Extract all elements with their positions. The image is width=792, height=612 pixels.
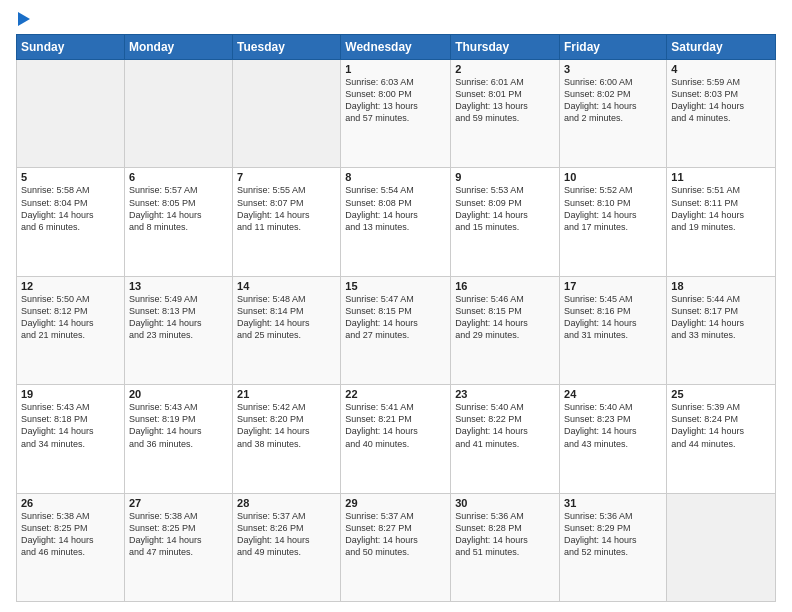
calendar-cell: 2Sunrise: 6:01 AM Sunset: 8:01 PM Daylig…: [451, 60, 560, 168]
day-number: 21: [237, 388, 336, 400]
day-number: 30: [455, 497, 555, 509]
day-info: Sunrise: 6:00 AM Sunset: 8:02 PM Dayligh…: [564, 76, 662, 125]
calendar-cell: 30Sunrise: 5:36 AM Sunset: 8:28 PM Dayli…: [451, 493, 560, 601]
day-info: Sunrise: 5:43 AM Sunset: 8:19 PM Dayligh…: [129, 401, 228, 450]
calendar-cell: 15Sunrise: 5:47 AM Sunset: 8:15 PM Dayli…: [341, 276, 451, 384]
calendar-cell: 9Sunrise: 5:53 AM Sunset: 8:09 PM Daylig…: [451, 168, 560, 276]
day-info: Sunrise: 5:39 AM Sunset: 8:24 PM Dayligh…: [671, 401, 771, 450]
day-number: 27: [129, 497, 228, 509]
calendar-week-row: 19Sunrise: 5:43 AM Sunset: 8:18 PM Dayli…: [17, 385, 776, 493]
logo-arrow-icon: [18, 12, 30, 26]
day-number: 6: [129, 171, 228, 183]
weekday-header-monday: Monday: [124, 35, 232, 60]
day-number: 14: [237, 280, 336, 292]
calendar-week-row: 12Sunrise: 5:50 AM Sunset: 8:12 PM Dayli…: [17, 276, 776, 384]
calendar-cell: 6Sunrise: 5:57 AM Sunset: 8:05 PM Daylig…: [124, 168, 232, 276]
calendar-cell: 22Sunrise: 5:41 AM Sunset: 8:21 PM Dayli…: [341, 385, 451, 493]
day-number: 7: [237, 171, 336, 183]
day-number: 19: [21, 388, 120, 400]
weekday-header-friday: Friday: [560, 35, 667, 60]
calendar-cell: 4Sunrise: 5:59 AM Sunset: 8:03 PM Daylig…: [667, 60, 776, 168]
day-info: Sunrise: 5:46 AM Sunset: 8:15 PM Dayligh…: [455, 293, 555, 342]
calendar-cell: 11Sunrise: 5:51 AM Sunset: 8:11 PM Dayli…: [667, 168, 776, 276]
weekday-header-saturday: Saturday: [667, 35, 776, 60]
day-info: Sunrise: 5:42 AM Sunset: 8:20 PM Dayligh…: [237, 401, 336, 450]
day-number: 20: [129, 388, 228, 400]
calendar-cell: 24Sunrise: 5:40 AM Sunset: 8:23 PM Dayli…: [560, 385, 667, 493]
calendar-cell: 27Sunrise: 5:38 AM Sunset: 8:25 PM Dayli…: [124, 493, 232, 601]
day-number: 12: [21, 280, 120, 292]
calendar-cell: 19Sunrise: 5:43 AM Sunset: 8:18 PM Dayli…: [17, 385, 125, 493]
day-info: Sunrise: 5:37 AM Sunset: 8:26 PM Dayligh…: [237, 510, 336, 559]
day-number: 15: [345, 280, 446, 292]
calendar-cell: 10Sunrise: 5:52 AM Sunset: 8:10 PM Dayli…: [560, 168, 667, 276]
calendar-week-row: 1Sunrise: 6:03 AM Sunset: 8:00 PM Daylig…: [17, 60, 776, 168]
day-info: Sunrise: 5:54 AM Sunset: 8:08 PM Dayligh…: [345, 184, 446, 233]
calendar-cell: 17Sunrise: 5:45 AM Sunset: 8:16 PM Dayli…: [560, 276, 667, 384]
calendar-week-row: 26Sunrise: 5:38 AM Sunset: 8:25 PM Dayli…: [17, 493, 776, 601]
weekday-header-wednesday: Wednesday: [341, 35, 451, 60]
logo-line1: [16, 12, 30, 26]
day-number: 29: [345, 497, 446, 509]
day-info: Sunrise: 5:51 AM Sunset: 8:11 PM Dayligh…: [671, 184, 771, 233]
calendar-cell: 21Sunrise: 5:42 AM Sunset: 8:20 PM Dayli…: [233, 385, 341, 493]
day-number: 24: [564, 388, 662, 400]
day-number: 1: [345, 63, 446, 75]
calendar-cell: 20Sunrise: 5:43 AM Sunset: 8:19 PM Dayli…: [124, 385, 232, 493]
calendar-cell: 7Sunrise: 5:55 AM Sunset: 8:07 PM Daylig…: [233, 168, 341, 276]
day-info: Sunrise: 5:44 AM Sunset: 8:17 PM Dayligh…: [671, 293, 771, 342]
day-info: Sunrise: 5:41 AM Sunset: 8:21 PM Dayligh…: [345, 401, 446, 450]
day-number: 5: [21, 171, 120, 183]
weekday-header-tuesday: Tuesday: [233, 35, 341, 60]
weekday-header-row: SundayMondayTuesdayWednesdayThursdayFrid…: [17, 35, 776, 60]
day-number: 23: [455, 388, 555, 400]
day-number: 10: [564, 171, 662, 183]
calendar-cell: 8Sunrise: 5:54 AM Sunset: 8:08 PM Daylig…: [341, 168, 451, 276]
calendar-cell: 12Sunrise: 5:50 AM Sunset: 8:12 PM Dayli…: [17, 276, 125, 384]
day-info: Sunrise: 5:50 AM Sunset: 8:12 PM Dayligh…: [21, 293, 120, 342]
calendar-cell: 23Sunrise: 5:40 AM Sunset: 8:22 PM Dayli…: [451, 385, 560, 493]
day-info: Sunrise: 5:45 AM Sunset: 8:16 PM Dayligh…: [564, 293, 662, 342]
day-number: 17: [564, 280, 662, 292]
calendar-cell: [233, 60, 341, 168]
day-number: 4: [671, 63, 771, 75]
day-number: 22: [345, 388, 446, 400]
header: [16, 12, 776, 26]
day-info: Sunrise: 5:38 AM Sunset: 8:25 PM Dayligh…: [21, 510, 120, 559]
calendar-cell: 28Sunrise: 5:37 AM Sunset: 8:26 PM Dayli…: [233, 493, 341, 601]
day-number: 25: [671, 388, 771, 400]
day-info: Sunrise: 5:58 AM Sunset: 8:04 PM Dayligh…: [21, 184, 120, 233]
calendar-cell: [667, 493, 776, 601]
day-number: 11: [671, 171, 771, 183]
calendar-cell: 25Sunrise: 5:39 AM Sunset: 8:24 PM Dayli…: [667, 385, 776, 493]
day-number: 13: [129, 280, 228, 292]
calendar-cell: 18Sunrise: 5:44 AM Sunset: 8:17 PM Dayli…: [667, 276, 776, 384]
day-number: 3: [564, 63, 662, 75]
day-info: Sunrise: 5:43 AM Sunset: 8:18 PM Dayligh…: [21, 401, 120, 450]
day-number: 31: [564, 497, 662, 509]
calendar-cell: 3Sunrise: 6:00 AM Sunset: 8:02 PM Daylig…: [560, 60, 667, 168]
day-info: Sunrise: 5:36 AM Sunset: 8:28 PM Dayligh…: [455, 510, 555, 559]
calendar-cell: [124, 60, 232, 168]
day-info: Sunrise: 5:36 AM Sunset: 8:29 PM Dayligh…: [564, 510, 662, 559]
weekday-header-sunday: Sunday: [17, 35, 125, 60]
day-info: Sunrise: 5:47 AM Sunset: 8:15 PM Dayligh…: [345, 293, 446, 342]
calendar-cell: 16Sunrise: 5:46 AM Sunset: 8:15 PM Dayli…: [451, 276, 560, 384]
calendar-cell: 26Sunrise: 5:38 AM Sunset: 8:25 PM Dayli…: [17, 493, 125, 601]
day-info: Sunrise: 5:52 AM Sunset: 8:10 PM Dayligh…: [564, 184, 662, 233]
day-info: Sunrise: 5:59 AM Sunset: 8:03 PM Dayligh…: [671, 76, 771, 125]
weekday-header-thursday: Thursday: [451, 35, 560, 60]
calendar-cell: 1Sunrise: 6:03 AM Sunset: 8:00 PM Daylig…: [341, 60, 451, 168]
page: SundayMondayTuesdayWednesdayThursdayFrid…: [0, 0, 792, 612]
day-info: Sunrise: 5:38 AM Sunset: 8:25 PM Dayligh…: [129, 510, 228, 559]
day-info: Sunrise: 5:53 AM Sunset: 8:09 PM Dayligh…: [455, 184, 555, 233]
day-number: 2: [455, 63, 555, 75]
calendar-cell: 13Sunrise: 5:49 AM Sunset: 8:13 PM Dayli…: [124, 276, 232, 384]
day-info: Sunrise: 5:37 AM Sunset: 8:27 PM Dayligh…: [345, 510, 446, 559]
day-number: 8: [345, 171, 446, 183]
day-info: Sunrise: 5:55 AM Sunset: 8:07 PM Dayligh…: [237, 184, 336, 233]
day-number: 9: [455, 171, 555, 183]
calendar-cell: [17, 60, 125, 168]
day-info: Sunrise: 5:57 AM Sunset: 8:05 PM Dayligh…: [129, 184, 228, 233]
day-info: Sunrise: 5:48 AM Sunset: 8:14 PM Dayligh…: [237, 293, 336, 342]
